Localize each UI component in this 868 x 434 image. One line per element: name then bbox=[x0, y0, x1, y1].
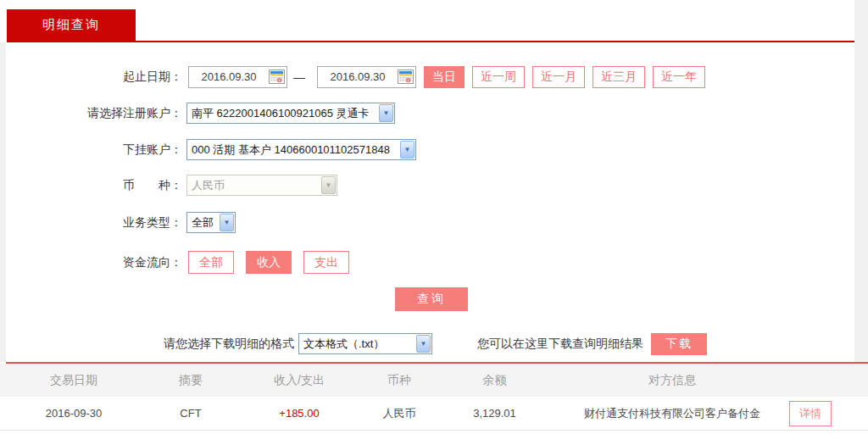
chevron-down-icon: ▼ bbox=[321, 176, 336, 194]
download-format-value: 文本格式（.txt） bbox=[299, 337, 416, 352]
download-row: 请您选择下载明细的格式 文本格式（.txt） ▼ 您可以在这里下载查询明细结果 … bbox=[164, 332, 707, 355]
fund-flow-row: 资金流向： 全部 收入 支出 bbox=[6, 251, 349, 274]
cell-amount: +185.00 bbox=[234, 407, 364, 420]
cell-summary: CFT bbox=[147, 407, 234, 420]
header-summary: 摘要 bbox=[147, 373, 234, 388]
register-account-label: 请选择注册账户： bbox=[6, 106, 182, 121]
fund-flow-income-button[interactable]: 收入 bbox=[246, 251, 292, 274]
detail-button[interactable]: 详情 bbox=[789, 401, 832, 426]
header-date: 交易日期 bbox=[0, 373, 147, 388]
currency-value: 人民币 bbox=[187, 178, 321, 193]
quick-range-year-button[interactable]: 近一年 bbox=[653, 66, 705, 88]
chevron-down-icon: ▼ bbox=[416, 335, 431, 353]
download-format-label: 请您选择下载明细的格式 bbox=[164, 337, 294, 352]
currency-row: 币 种： 人民币 ▼ bbox=[6, 174, 337, 197]
chevron-down-icon: ▼ bbox=[400, 141, 415, 159]
business-type-row: 业务类型： 全部 ▼ bbox=[6, 211, 236, 234]
end-date-value: 2016.09.30 bbox=[318, 70, 398, 83]
chevron-down-icon: ▼ bbox=[379, 104, 393, 122]
quick-range-month-button[interactable]: 近一月 bbox=[532, 66, 585, 88]
business-type-value: 全部 bbox=[187, 215, 220, 231]
query-button[interactable]: 查询 bbox=[395, 287, 468, 311]
business-type-label: 业务类型： bbox=[6, 215, 182, 231]
business-type-select[interactable]: 全部 ▼ bbox=[186, 212, 236, 233]
quick-range-today-button[interactable]: 当日 bbox=[424, 66, 465, 88]
quick-range-week-button[interactable]: 近一周 bbox=[472, 66, 525, 88]
cell-actions: 详情 bbox=[789, 401, 868, 426]
tab-detail-query[interactable]: 明细查询 bbox=[7, 9, 136, 41]
currency-label: 币 种： bbox=[6, 178, 182, 193]
date-range-separator: — bbox=[293, 70, 305, 84]
header-amount: 收入/支出 bbox=[234, 373, 364, 388]
results-table: 交易日期 摘要 收入/支出 币种 余额 对方信息 2016-09-30 CFT … bbox=[0, 362, 868, 431]
cell-counterparty: 财付通支付科技有限公司客户备付金 bbox=[555, 406, 789, 421]
cell-balance: 3,129.01 bbox=[434, 407, 555, 420]
date-range-label: 起止日期： bbox=[6, 70, 182, 85]
tab-underline bbox=[7, 41, 854, 42]
chevron-down-icon: ▼ bbox=[220, 214, 234, 231]
register-account-row: 请选择注册账户： 南平 6222001406100921065 灵通卡 ▼ bbox=[6, 102, 395, 125]
download-format-select[interactable]: 文本格式（.txt） ▼ bbox=[298, 333, 432, 354]
start-date-value: 2016.09.30 bbox=[189, 70, 269, 83]
download-hint: 您可以在这里下载查询明细结果 bbox=[477, 337, 643, 352]
calendar-icon[interactable] bbox=[398, 70, 414, 84]
register-account-select[interactable]: 南平 6222001406100921065 灵通卡 ▼ bbox=[186, 103, 395, 124]
download-button[interactable]: 下载 bbox=[651, 333, 707, 355]
fund-flow-expense-button[interactable]: 支出 bbox=[303, 251, 349, 274]
sub-account-select[interactable]: 000 活期 基本户 1406600101102571848 ▼ bbox=[186, 139, 416, 160]
sub-account-value: 000 活期 基本户 1406600101102571848 bbox=[187, 142, 400, 158]
register-account-value: 南平 6222001406100921065 灵通卡 bbox=[187, 106, 379, 121]
start-date-input[interactable]: 2016.09.30 bbox=[188, 66, 287, 88]
fund-flow-all-button[interactable]: 全部 bbox=[188, 251, 234, 274]
date-range-row: 起止日期： 2016.09.30 — 2016.09.30 bbox=[6, 65, 705, 88]
sub-account-row: 下挂账户： 000 活期 基本户 1406600101102571848 ▼ bbox=[6, 138, 416, 161]
page-margin-right bbox=[854, 0, 868, 362]
table-header-row: 交易日期 摘要 收入/支出 币种 余额 对方信息 bbox=[0, 364, 868, 397]
header-balance: 余额 bbox=[434, 373, 555, 388]
calendar-icon[interactable] bbox=[269, 70, 285, 84]
cell-date: 2016-09-30 bbox=[0, 407, 147, 420]
header-currency: 币种 bbox=[364, 373, 434, 388]
table-row: 2016-09-30 CFT +185.00 人民币 3,129.01 财付通支… bbox=[0, 397, 868, 431]
end-date-input[interactable]: 2016.09.30 bbox=[317, 66, 416, 88]
fund-flow-label: 资金流向： bbox=[6, 255, 182, 270]
sub-account-label: 下挂账户： bbox=[6, 142, 182, 158]
header-counterparty: 对方信息 bbox=[555, 373, 789, 388]
detail-query-page: 明细查询 起止日期： 2016.09.30 — 2016.09 bbox=[0, 0, 868, 434]
currency-select: 人民币 ▼ bbox=[186, 175, 337, 196]
page-margin-left bbox=[0, 42, 6, 362]
quick-range-3months-button[interactable]: 近三月 bbox=[593, 66, 645, 88]
cell-currency: 人民币 bbox=[364, 406, 434, 421]
